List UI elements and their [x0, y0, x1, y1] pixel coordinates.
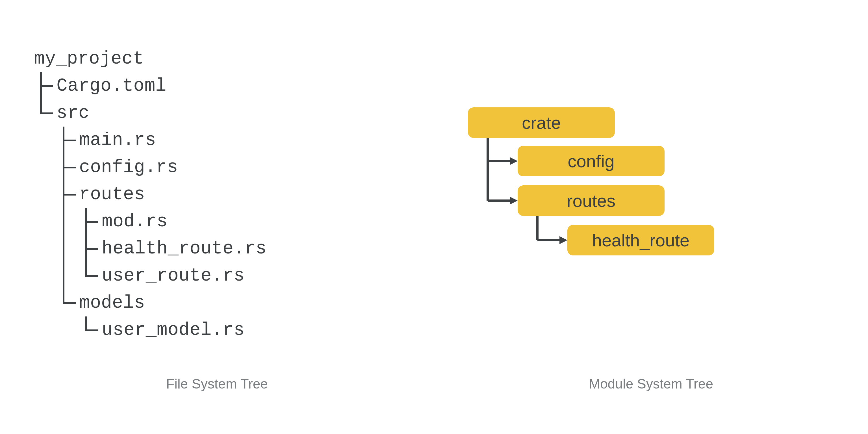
fs-node: user_model.rs: [34, 316, 267, 344]
svg-marker-8: [559, 236, 567, 244]
module-label: crate: [522, 113, 561, 133]
modules-caption: Module System Tree: [434, 376, 868, 392]
module-node-routes: routes: [518, 185, 664, 216]
filesystem-caption: File System Tree: [0, 376, 434, 392]
fs-label: mod.rs: [102, 211, 167, 232]
module-node-health-route: health_route: [567, 225, 714, 255]
fs-node: user_route.rs: [34, 262, 267, 289]
fs-label: health_route.rs: [102, 239, 267, 259]
fs-node: main.rs: [34, 127, 267, 154]
module-label: config: [568, 151, 614, 171]
fs-node: health_route.rs: [34, 235, 267, 262]
fs-label: routes: [79, 184, 145, 205]
fs-node: models: [34, 289, 267, 316]
fs-label: user_model.rs: [102, 320, 245, 340]
fs-node: src: [34, 99, 267, 127]
fs-label: my_project: [34, 49, 144, 69]
modules-panel: crate config routes health_route Module …: [434, 0, 868, 434]
fs-node-root: my_project: [34, 45, 267, 72]
fs-label: user_route.rs: [102, 266, 245, 286]
diagram-stage: my_project Cargo.toml src main.rs config…: [0, 0, 868, 434]
fs-label: models: [79, 293, 145, 313]
module-node-crate: crate: [468, 107, 615, 138]
fs-node: config.rs: [34, 154, 267, 181]
module-label: health_route: [592, 230, 690, 250]
fs-label: Cargo.toml: [57, 76, 166, 96]
filesystem-panel: my_project Cargo.toml src main.rs config…: [0, 0, 434, 434]
fs-label: src: [57, 103, 90, 123]
fs-node: routes: [34, 181, 267, 208]
fs-label: config.rs: [79, 157, 178, 178]
filesystem-tree: my_project Cargo.toml src main.rs config…: [34, 45, 267, 344]
svg-marker-2: [510, 157, 518, 165]
module-label: routes: [567, 191, 615, 211]
svg-marker-5: [510, 197, 518, 205]
module-node-config: config: [518, 146, 664, 176]
fs-label: main.rs: [79, 130, 156, 150]
fs-node: Cargo.toml: [34, 72, 267, 99]
fs-node: mod.rs: [34, 208, 267, 235]
